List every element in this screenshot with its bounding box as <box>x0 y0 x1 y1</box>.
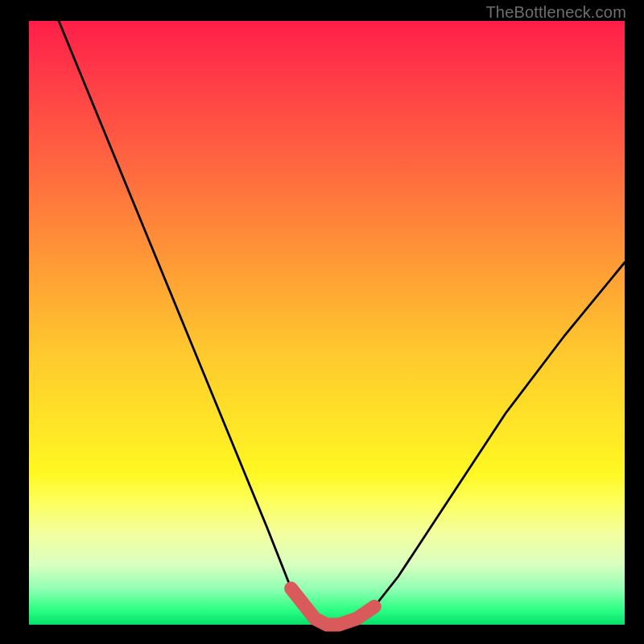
watermark-text: TheBottleneck.com <box>485 3 626 22</box>
optimal-range-highlight <box>291 588 375 625</box>
plot-area <box>29 21 625 625</box>
chart-svg <box>29 21 625 625</box>
bottleneck-curve <box>59 21 625 625</box>
chart-frame: TheBottleneck.com <box>0 0 644 644</box>
